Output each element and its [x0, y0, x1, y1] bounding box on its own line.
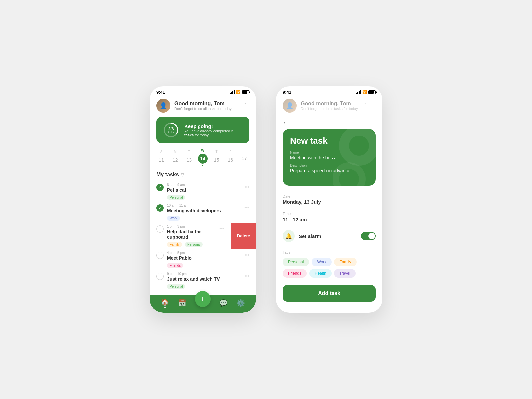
task-dots-3[interactable]: ••• — [219, 225, 224, 231]
progress-fraction: 2/6 — [168, 127, 174, 131]
status-icons-right: 🛜 — [356, 90, 376, 94]
cal-day-thu[interactable]: T 15 — [212, 150, 222, 165]
cal-day-fri[interactable]: F 16 — [225, 150, 235, 165]
back-arrow[interactable]: ← — [276, 117, 382, 128]
menu-dots-right[interactable]: ⋮⋮ — [362, 102, 376, 109]
nav-calendar-icon[interactable]: 📅 — [178, 299, 186, 307]
task-check-3[interactable] — [156, 225, 164, 233]
left-phone: 9:41 🛜 👤 Good morning, Tom Don't forget … — [150, 86, 256, 313]
status-icons-left: 🛜 — [230, 90, 249, 94]
avatar-left: 👤 — [156, 99, 170, 113]
calendar-days: S 11 M 12 T 13 W 14 T 15 — [156, 149, 249, 166]
cal-day-sun[interactable]: S 11 — [156, 150, 166, 165]
task-item-3: 1 pm - 3 pm Help dad fix the cupboard Fa… — [150, 223, 231, 249]
cal-dot — [202, 165, 203, 166]
task-check-5[interactable] — [156, 273, 164, 280]
task-check-2[interactable]: ✓ — [156, 204, 164, 212]
time-label: Time — [283, 212, 376, 216]
tag-travel[interactable]: Travel — [334, 269, 356, 278]
alarm-toggle[interactable] — [361, 232, 376, 240]
bottom-nav: 🏠 📅 + 💬 ⚙️ — [150, 295, 256, 313]
task-dots-4[interactable]: ••• — [244, 251, 249, 258]
fab-add-button[interactable]: + — [195, 291, 211, 307]
tag-friends[interactable]: Friends — [283, 269, 307, 278]
battery-icon-right — [368, 90, 376, 94]
task-item-4: 4 pm - 5 pm Meet Pablo Friends ••• — [150, 249, 256, 270]
alarm-label: Set alarm — [299, 233, 357, 239]
tag-personal[interactable]: Personal — [283, 258, 309, 266]
cal-day-wed[interactable]: W 14 — [198, 149, 208, 166]
right-phone-content: 9:41 🛜 👤 Good morning, Tom — [276, 86, 382, 313]
progress-title: Keep going! — [184, 123, 243, 129]
header-text-left: Good morning, Tom Don't forget to do all… — [174, 101, 232, 111]
filter-icon[interactable]: ▽ — [181, 172, 184, 177]
task-content-2: 10 am - 11 am Meeting with developers Wo… — [167, 204, 241, 221]
tasks-title: My tasks — [156, 172, 179, 178]
tag-family[interactable]: Family — [334, 258, 356, 266]
wifi-icon: 🛜 — [236, 90, 241, 94]
delete-button[interactable]: Delete — [231, 223, 256, 249]
greeting-left: Good morning, Tom — [174, 101, 232, 107]
greeting-sub-left: Don't forget to do all tasks for today — [174, 107, 232, 111]
nav-home-icon[interactable]: 🏠 — [161, 298, 169, 308]
tags-grid: Personal Work Family Friends Health Trav… — [283, 258, 376, 278]
progress-text: Keep going! You have already completed 2… — [184, 123, 243, 137]
cal-day-tue[interactable]: T 13 — [184, 150, 194, 165]
nav-settings-icon[interactable]: ⚙️ — [237, 299, 245, 307]
task-content-1: 8 am - 9 am Pet a cat Personal — [167, 183, 241, 200]
menu-dots-left[interactable]: ⋮⋮ — [236, 102, 249, 109]
task-check-4[interactable] — [156, 252, 164, 259]
toggle-knob — [368, 233, 375, 239]
signal-icon — [230, 90, 235, 94]
task-content-5: 9 pm - 10 pm Just relax and watch TV Per… — [167, 272, 241, 289]
date-label: Date — [283, 194, 376, 198]
date-section: Date Monday, 13 July — [276, 191, 382, 208]
time-value[interactable]: 11 - 12 am — [283, 217, 376, 222]
date-value[interactable]: Monday, 13 July — [283, 199, 376, 205]
scene: 9:41 🛜 👤 Good morning, Tom Don't forget … — [0, 0, 532, 399]
cal-day-sat[interactable]: 17 — [239, 152, 249, 163]
cal-day-mon[interactable]: M 12 — [170, 150, 180, 165]
tag-health[interactable]: Health — [309, 269, 332, 278]
progress-subtitle: You have already completed 2 tasks for t… — [184, 129, 243, 137]
task-content-4: 4 pm - 5 pm Meet Pablo Friends — [167, 251, 241, 268]
alarm-icon: 🔔 — [283, 230, 295, 242]
progress-card: 2/6 tasks Keep going! You have already c… — [156, 117, 249, 143]
app-header-right: 👤 Good morning, Tom Don't forget to do a… — [276, 96, 382, 117]
calendar-row: S 11 M 12 T 13 W 14 T 15 — [150, 149, 256, 170]
progress-center-text: 2/6 tasks — [168, 127, 174, 133]
task-dots-1[interactable]: ••• — [244, 183, 249, 190]
status-bar-right: 9:41 🛜 — [276, 86, 382, 96]
status-time-left: 9:41 — [156, 90, 165, 95]
task-item-2: ✓ 10 am - 11 am Meeting with developers … — [150, 202, 256, 223]
greeting-sub-right: Don't forget to do all tasks for today — [301, 107, 358, 111]
nav-home-dot — [164, 307, 166, 308]
task-content-3: 1 pm - 3 pm Help dad fix the cupboard Fa… — [167, 225, 216, 247]
header-text-right: Good morning, Tom Don't forget to do all… — [301, 101, 358, 111]
task-dots-5[interactable]: ••• — [244, 272, 249, 279]
status-bar-left: 9:41 🛜 — [150, 86, 256, 96]
avatar-right: 👤 — [283, 99, 297, 113]
status-time-right: 9:41 — [283, 90, 291, 95]
alarm-row: 🔔 Set alarm — [276, 226, 382, 246]
wifi-icon-right: 🛜 — [362, 90, 367, 94]
new-task-card: New task Name Meeting with the boss Desc… — [283, 129, 376, 186]
right-phone: 9:41 🛜 👤 Good morning, Tom — [276, 86, 382, 313]
battery-icon — [242, 90, 249, 94]
tag-work[interactable]: Work — [312, 258, 332, 266]
task-dots-2[interactable]: ••• — [244, 204, 249, 210]
app-header-left: 👤 Good morning, Tom Don't forget to do a… — [150, 96, 256, 117]
task-item-1: ✓ 8 am - 9 am Pet a cat Personal ••• — [150, 181, 256, 202]
time-section: Time 11 - 12 am — [276, 208, 382, 226]
signal-icon-right — [356, 90, 361, 94]
task-check-1[interactable]: ✓ — [156, 184, 164, 191]
greeting-right: Good morning, Tom — [301, 101, 358, 107]
tasks-header: My tasks ▽ — [150, 170, 256, 181]
nav-chat-icon[interactable]: 💬 — [219, 299, 228, 307]
task-item-3-swipe: 1 pm - 3 pm Help dad fix the cupboard Fa… — [150, 223, 256, 249]
task-item-5: 9 pm - 10 pm Just relax and watch TV Per… — [150, 270, 256, 291]
progress-circle: 2/6 tasks — [162, 121, 180, 139]
tags-section: Tags Personal Work Family Friends Health… — [276, 246, 382, 282]
add-task-button[interactable]: Add task — [283, 285, 376, 302]
tags-label: Tags — [283, 250, 376, 254]
